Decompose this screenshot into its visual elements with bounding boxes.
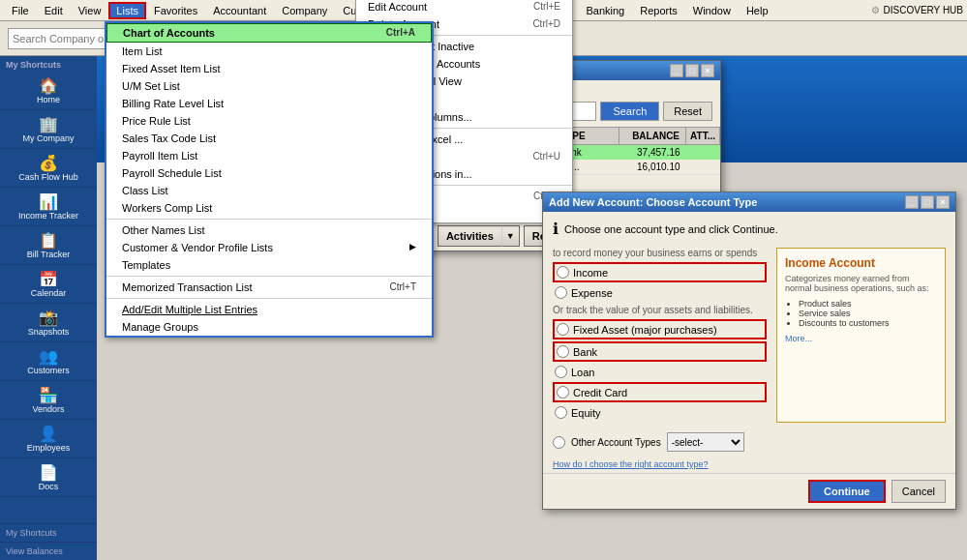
sidebar-item-cashflow[interactable]: 💰 Cash Flow Hub bbox=[0, 149, 97, 188]
coa-window-controls: _ □ × bbox=[670, 64, 714, 77]
sidebar-item-docs[interactable]: 📄 Docs bbox=[0, 458, 97, 497]
delete-shortcut: Ctrl+D bbox=[532, 18, 560, 30]
sidebar-item-bill-tracker[interactable]: 📋 Bill Tracker bbox=[0, 226, 97, 265]
sidebar-item-customers[interactable]: 👥 Customers bbox=[0, 342, 97, 381]
menu-accountant[interactable]: Accountant bbox=[205, 3, 274, 18]
menu-window[interactable]: Window bbox=[685, 3, 739, 18]
lists-templates[interactable]: Templates bbox=[106, 256, 432, 274]
coa-minimize[interactable]: _ bbox=[670, 64, 683, 77]
activities-button[interactable]: Activities bbox=[438, 225, 501, 247]
income-tracker-icon: 📊 bbox=[39, 192, 58, 211]
lists-other-names[interactable]: Other Names List bbox=[106, 221, 432, 239]
sidebar-item-home[interactable]: 🏠 Home bbox=[0, 72, 97, 110]
lists-memorized-transaction[interactable]: Memorized Transaction List Ctrl+T bbox=[106, 279, 432, 296]
income-label[interactable]: Income bbox=[573, 267, 608, 279]
loan-label[interactable]: Loan bbox=[571, 367, 594, 378]
continue-button[interactable]: Continue bbox=[808, 480, 886, 503]
radio-other[interactable] bbox=[553, 436, 565, 449]
list-item: Product sales bbox=[799, 299, 937, 309]
coa-search-button[interactable]: Search bbox=[600, 102, 659, 121]
menu-view[interactable]: View bbox=[71, 3, 109, 18]
radio-expense[interactable] bbox=[555, 286, 567, 299]
income-account-list: Product sales Service sales Discounts to… bbox=[799, 299, 937, 328]
radio-income[interactable] bbox=[557, 266, 569, 279]
lists-sales-tax[interactable]: Sales Tax Code List bbox=[106, 130, 432, 147]
fixed-asset-label[interactable]: Fixed Asset (major purchases) bbox=[573, 324, 717, 336]
radio-bank[interactable] bbox=[557, 345, 569, 358]
add-new-account-window: Add New Account: Choose Account Type _ □… bbox=[542, 192, 956, 510]
chart-of-accounts-shortcut: Ctrl+A bbox=[386, 27, 415, 39]
lists-chart-of-accounts[interactable]: Chart of Accounts Ctrl+A bbox=[106, 23, 432, 43]
more-link[interactable]: More... bbox=[785, 334, 937, 343]
sidebar-item-vendors[interactable]: 🏪 Vendors bbox=[0, 381, 97, 420]
bank-label[interactable]: Bank bbox=[573, 346, 597, 358]
docs-icon: 📄 bbox=[39, 463, 58, 482]
menu-lists[interactable]: Lists bbox=[108, 2, 146, 19]
lists-payroll-item[interactable]: Payroll Item List bbox=[106, 147, 432, 164]
sidebar-item-calendar[interactable]: 📅 Calendar bbox=[0, 265, 97, 304]
radio-credit-card[interactable] bbox=[557, 386, 569, 398]
coa-reset-button[interactable]: Reset bbox=[663, 102, 712, 121]
lists-manage-groups[interactable]: Manage Groups bbox=[106, 318, 432, 336]
col-balance: BALANCE bbox=[619, 128, 686, 145]
radio-income-container: Income bbox=[553, 262, 767, 282]
credit-card-label[interactable]: Credit Card bbox=[573, 387, 627, 398]
radio-loan[interactable] bbox=[555, 366, 567, 378]
lists-customer-vendor[interactable]: Customer & Vendor Profile Lists ▶ bbox=[106, 239, 432, 256]
app-name: DISCOVERY HUB bbox=[884, 5, 963, 15]
lists-billing-rate[interactable]: Billing Rate Level List bbox=[106, 95, 432, 112]
menu-reports[interactable]: Reports bbox=[632, 3, 685, 18]
lists-price-rule[interactable]: Price Rule List bbox=[106, 112, 432, 130]
customer-vendor-arrow: ▶ bbox=[409, 242, 416, 253]
info-icon: ℹ bbox=[553, 220, 559, 238]
help-link[interactable]: How do I choose the right account type? bbox=[543, 456, 955, 473]
cashflow-icon: 💰 bbox=[39, 154, 58, 172]
sidebar-my-shortcuts[interactable]: My Shortcuts bbox=[0, 523, 97, 542]
list-item: Service sales bbox=[799, 309, 937, 318]
ana-maximize[interactable]: □ bbox=[921, 195, 934, 209]
coa-maximize[interactable]: □ bbox=[685, 64, 699, 77]
lists-add-edit[interactable]: Add/Edit Multiple List Entries bbox=[106, 301, 432, 318]
ana-title: Add New Account: Choose Account Type bbox=[549, 196, 757, 208]
sidebar-item-income-tracker[interactable]: 📊 Income Tracker bbox=[0, 188, 97, 226]
sidebar-item-company[interactable]: 🏢 My Company bbox=[0, 110, 97, 149]
lists-class-list[interactable]: Class List bbox=[106, 182, 432, 199]
lists-workers-comp[interactable]: Workers Comp List bbox=[106, 199, 432, 217]
company-label: My Company bbox=[22, 133, 74, 143]
lists-fixed-asset[interactable]: Fixed Asset Item List bbox=[106, 60, 432, 77]
menu-banking[interactable]: Banking bbox=[578, 3, 632, 18]
menu-file[interactable]: File bbox=[4, 3, 37, 18]
submenu-edit[interactable]: Edit Account Ctrl+E bbox=[356, 0, 572, 15]
radio-fixed-asset[interactable] bbox=[557, 323, 569, 336]
radio-credit-container: Credit Card bbox=[553, 382, 767, 402]
lists-item-list[interactable]: Item List bbox=[106, 43, 432, 60]
chart-of-accounts-label: Chart of Accounts bbox=[123, 27, 215, 39]
calendar-icon: 📅 bbox=[39, 270, 58, 288]
vendors-icon: 🏪 bbox=[39, 386, 58, 404]
radio-equity[interactable] bbox=[555, 406, 567, 419]
menu-help[interactable]: Help bbox=[739, 3, 776, 18]
ana-footer: Continue Cancel bbox=[543, 473, 955, 509]
sidebar-item-snapshots[interactable]: 📸 Snapshots bbox=[0, 304, 97, 342]
coa-close[interactable]: × bbox=[701, 64, 714, 77]
ana-minimize[interactable]: _ bbox=[905, 195, 919, 209]
sidebar-item-employees[interactable]: 👤 Employees bbox=[0, 420, 97, 458]
sidebar-view-balances[interactable]: View Balances bbox=[0, 542, 97, 560]
menu-favorites[interactable]: Favorites bbox=[146, 3, 205, 18]
ana-close[interactable]: × bbox=[936, 195, 950, 209]
other-types-label[interactable]: Other Account Types bbox=[571, 437, 661, 448]
menu-company[interactable]: Company bbox=[274, 3, 335, 18]
menu-edit[interactable]: Edit bbox=[37, 3, 71, 18]
customers-icon: 👥 bbox=[39, 347, 58, 366]
lists-payroll-schedule[interactable]: Payroll Schedule List bbox=[106, 164, 432, 182]
col-att: ATT... bbox=[686, 128, 720, 145]
cancel-button[interactable]: Cancel bbox=[891, 480, 946, 503]
activities-arrow[interactable]: ▼ bbox=[501, 225, 520, 247]
expense-label[interactable]: Expense bbox=[571, 287, 613, 299]
home-label: Home bbox=[37, 95, 60, 104]
equity-label[interactable]: Equity bbox=[571, 407, 601, 419]
lists-um-set[interactable]: U/M Set List bbox=[106, 77, 432, 95]
other-types-select[interactable]: -select- bbox=[667, 432, 744, 452]
company-icon: 🏢 bbox=[39, 115, 58, 133]
snapshots-icon: 📸 bbox=[39, 309, 58, 327]
